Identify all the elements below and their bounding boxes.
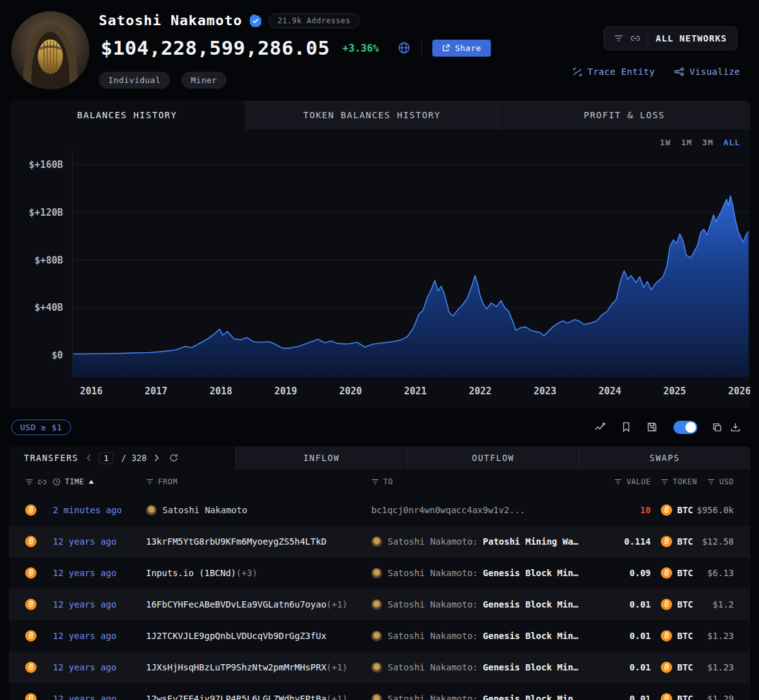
transfer-from[interactable]: 1JXsHjHsqHBzLuTP9ShzNtw2pmMrMHsPRX(+1) [146, 662, 371, 672]
tab-token-balances-history[interactable]: TOKEN BALANCES HISTORY [245, 101, 498, 130]
bookmark-icon[interactable] [622, 422, 631, 432]
btc-icon [25, 693, 37, 700]
table-row[interactable]: 12 years ago 1J2TCKVJLE9gpQnbLVDUcqVb9Dr… [9, 620, 750, 652]
tab-inflow[interactable]: INFLOW [235, 447, 407, 469]
range-3m[interactable]: 3M [702, 138, 714, 147]
column-from[interactable]: FROM [146, 477, 371, 486]
chart-tabbar: BALANCES HISTORY TOKEN BALANCES HISTORY … [9, 101, 750, 130]
transfer-to[interactable]: Satoshi Nakamoto:Genesis Block Min… [371, 631, 614, 642]
svg-text:2018: 2018 [210, 386, 232, 397]
svg-text:2024: 2024 [599, 386, 621, 397]
column-usd[interactable]: USD [695, 477, 734, 486]
filter-icon [707, 479, 715, 485]
transfer-value: 0.114 [614, 536, 651, 547]
transfer-value: 0.01 [614, 599, 651, 609]
save-icon[interactable] [647, 422, 657, 432]
btc-icon [25, 630, 37, 642]
link-icon[interactable] [38, 479, 47, 485]
tab-balances-history[interactable]: BALANCES HISTORY [9, 101, 245, 130]
add-chart-icon[interactable] [595, 422, 605, 433]
filter-icon [661, 479, 668, 485]
column-to[interactable]: TO [371, 477, 614, 486]
table-row[interactable]: 12 years ago 16FbCYHFecABeBVDvLEa9VGLatn… [9, 589, 750, 620]
transfer-to[interactable]: Satoshi Nakamoto:Genesis Block Min… [371, 694, 614, 700]
entity-avatar [371, 599, 382, 610]
divider [648, 32, 648, 45]
transfer-to[interactable]: Satoshi Nakamoto:Genesis Block Min… [371, 599, 614, 610]
tag-individual: Individual [99, 72, 170, 89]
btc-icon [25, 504, 37, 516]
usd-filter-pill[interactable]: USD ≥ $1 [11, 419, 71, 435]
copy-icon[interactable] [712, 423, 722, 432]
svg-text:2020: 2020 [339, 386, 362, 397]
network-selector[interactable]: ALL NETWORKS [604, 26, 738, 50]
download-icon[interactable] [731, 423, 740, 432]
column-token[interactable]: TOKEN [651, 477, 695, 486]
clock-icon [53, 478, 60, 486]
tab-outflow[interactable]: OUTFLOW [407, 447, 579, 469]
transfer-from[interactable]: Inputs.io (1BCNd)(+3) [146, 568, 371, 578]
transfer-token: BTC [651, 536, 695, 547]
addresses-count-badge[interactable]: 21.9k Addresses [269, 13, 359, 28]
svg-text:2023: 2023 [534, 386, 556, 397]
transfer-token: BTC [651, 504, 695, 516]
table-row[interactable]: 12 years ago 12wsEv7EE4jv97LP4R5L6LGLZWd… [9, 683, 750, 700]
balance-history-chart[interactable]: $+160B$+120B$+80B$+40B$02016201720182019… [9, 130, 750, 408]
svg-text:$+80B: $+80B [35, 255, 63, 266]
transfer-value: 0.01 [614, 694, 651, 700]
transfer-from[interactable]: 12wsEv7EE4jv97LP4R5L6LGLZWdhyEPtBa(+1) [146, 694, 371, 700]
filter-icon [614, 479, 622, 485]
verified-badge-icon [249, 14, 262, 27]
trace-entity-button[interactable]: Trace Entity [573, 67, 655, 77]
transfer-to[interactable]: bc1qcj0nr4wn0wqacc4ax9w1v2... [371, 505, 614, 515]
transfer-to[interactable]: Satoshi Nakamoto:Genesis Block Min… [371, 568, 614, 579]
refresh-icon[interactable] [169, 453, 178, 462]
portfolio-balance: $104,228,599,286.05 [101, 36, 330, 59]
range-1w[interactable]: 1W [660, 138, 672, 147]
transfer-to[interactable]: Satoshi Nakamoto:Patoshi Mining Wa… [371, 536, 614, 547]
transfer-time: 2 minutes ago [53, 505, 146, 515]
column-value[interactable]: VALUE [614, 477, 651, 486]
btc-icon [661, 536, 672, 547]
btc-icon [661, 567, 672, 579]
column-time[interactable]: TIME [53, 477, 146, 486]
globe-icon[interactable] [398, 42, 410, 54]
btc-icon [661, 693, 672, 700]
table-row[interactable]: 2 minutes ago Satoshi Nakamoto bc1qcj0nr… [9, 494, 750, 526]
table-row[interactable]: 12 years ago Inputs.io (1BCNd)(+3) Satos… [9, 557, 750, 589]
network-selector-label: ALL NETWORKS [656, 33, 727, 43]
entity-avatar [371, 568, 382, 579]
entity-avatar [371, 631, 382, 642]
share-button[interactable]: Share [432, 40, 491, 57]
range-1m[interactable]: 1M [681, 138, 692, 147]
table-row[interactable]: 12 years ago 13krFM5YtG8rbU9KFm6MyoeygZS… [9, 526, 750, 557]
table-header: TIME FROM TO VALUE TOKEN USD [9, 469, 750, 494]
transfer-token: BTC [651, 567, 695, 579]
table-row[interactable]: 12 years ago 1JXsHjHsqHBzLuTP9ShzNtw2pmM… [9, 652, 750, 683]
transfer-from[interactable]: 16FbCYHFecABeBVDvLEa9VGLatn6u7oyao(+1) [146, 599, 371, 609]
visualize-button[interactable]: Visualize [674, 67, 740, 77]
prev-page-icon[interactable] [86, 454, 91, 462]
divider [421, 39, 422, 57]
transfer-usd: $1.2 [695, 599, 734, 609]
entity-avatar [146, 505, 157, 516]
time-range-selector: 1W 1M 3M ALL [660, 138, 740, 147]
sort-asc-icon [89, 480, 94, 484]
tag-miner: Miner [181, 72, 227, 89]
btc-icon [25, 567, 37, 579]
tab-profit-loss[interactable]: PROFIT & LOSS [498, 101, 750, 130]
transfer-value: 0.01 [614, 662, 651, 672]
transfer-from[interactable]: 1J2TCKVJLE9gpQnbLVDUcqVb9DrGgZ3fUx [146, 631, 371, 641]
range-all[interactable]: ALL [724, 138, 740, 147]
filter-icon[interactable] [25, 479, 33, 486]
transfer-from[interactable]: 13krFM5YtG8rbU9KFm6MyoeygZS5h4LTkD [146, 536, 371, 547]
tab-transfers[interactable]: TRANSFERS [24, 453, 79, 463]
transfer-to[interactable]: Satoshi Nakamoto:Genesis Block Min… [371, 662, 614, 673]
toggle-knob [685, 422, 696, 433]
next-page-icon[interactable] [154, 454, 159, 462]
transfer-from[interactable]: Satoshi Nakamoto [146, 505, 371, 516]
transfer-value: 0.01 [614, 631, 651, 641]
tab-swaps[interactable]: SWAPS [578, 447, 750, 469]
btc-icon [661, 599, 672, 610]
chart-toggle[interactable] [673, 421, 697, 434]
